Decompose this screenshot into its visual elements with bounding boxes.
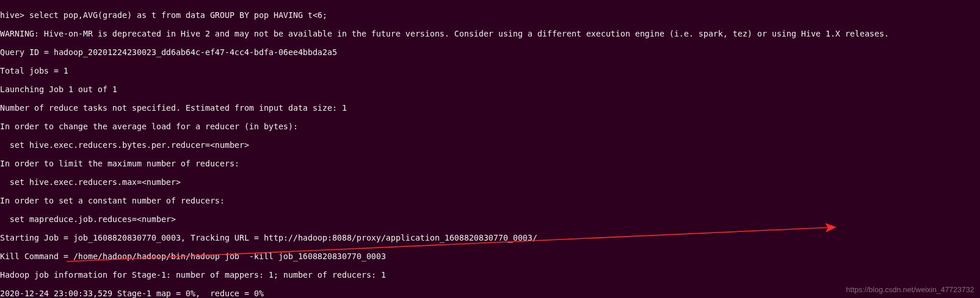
output-line: set hive.exec.reducers.max=<number> <box>0 177 980 187</box>
output-line: Number of reduce tasks not specified. Es… <box>0 103 980 112</box>
output-line: Launching Job 1 out of 1 <box>0 85 980 94</box>
terminal-output: hive> select pop,AVG(grade) as t from da… <box>0 0 980 298</box>
output-line: 2020-12-24 23:00:33,529 Stage-1 map = 0%… <box>0 289 980 298</box>
output-line: Total jobs = 1 <box>0 66 980 75</box>
hive-prompt: hive> <box>0 10 30 20</box>
output-line: In order to set a constant number of red… <box>0 196 980 205</box>
output-line: Starting Job = job_1608820830770_0003, T… <box>0 233 980 242</box>
output-line: set mapreduce.job.reduces=<number> <box>0 215 980 224</box>
output-line: In order to limit the maximum number of … <box>0 159 980 168</box>
sql-query: select pop,AVG(grade) as t from data GRO… <box>30 10 327 20</box>
output-line: In order to change the average load for … <box>0 122 980 131</box>
output-line: set hive.exec.reducers.bytes.per.reducer… <box>0 140 980 150</box>
output-line: Hadoop job information for Stage-1: numb… <box>0 270 980 279</box>
watermark-text: https://blog.csdn.net/weixin_47723732 <box>846 285 974 295</box>
output-line: WARNING: Hive-on-MR is deprecated in Hiv… <box>0 29 980 38</box>
output-line: Query ID = hadoop_20201224230023_dd6ab64… <box>0 48 980 57</box>
output-line: Kill Command = /home/hadoop/hadoop/bin/h… <box>0 252 980 261</box>
query-line: hive> select pop,AVG(grade) as t from da… <box>0 10 980 20</box>
